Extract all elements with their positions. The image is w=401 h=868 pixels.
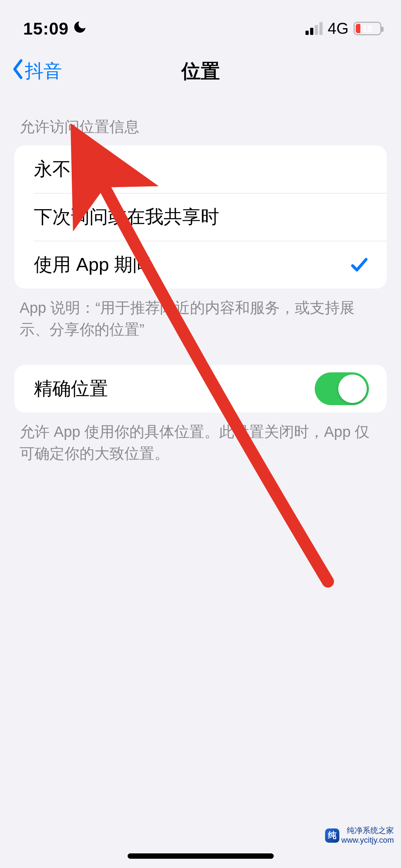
precise-location-switch[interactable] <box>315 372 369 405</box>
moon-icon <box>72 19 87 38</box>
precise-location-label: 精确位置 <box>34 376 108 401</box>
chevron-left-icon <box>11 58 25 84</box>
precise-location-group: 精确位置 <box>14 365 387 413</box>
section-header-location-access: 允许访问位置信息 <box>0 96 401 145</box>
checkmark-icon <box>350 255 369 274</box>
status-right: 4G 18 <box>305 20 381 37</box>
section-footer-precise: 允许 App 使用你的具体位置。此设置关闭时，App 仅可确定你的大致位置。 <box>0 413 401 465</box>
option-never[interactable]: 永不 <box>14 145 387 193</box>
status-time: 15:09 <box>23 19 69 38</box>
cellular-signal-icon <box>305 22 323 35</box>
network-label: 4G <box>328 20 349 37</box>
option-label: 使用 App 期间 <box>34 252 151 277</box>
section-footer-app-description: App 说明：“用于推荐附近的内容和服务，或支持展示、分享你的位置” <box>0 289 401 341</box>
back-button[interactable]: 抖音 <box>11 58 62 84</box>
precise-location-row[interactable]: 精确位置 <box>14 365 387 413</box>
watermark-line1: 纯净系统之家 <box>341 826 394 835</box>
status-left: 15:09 <box>23 19 87 38</box>
option-label: 下次询问或在我共享时 <box>34 205 219 229</box>
switch-knob <box>338 374 367 403</box>
watermark-line2: www.ycitjy.com <box>341 836 394 845</box>
watermark: 纯 纯净系统之家 www.ycitjy.com <box>325 826 394 845</box>
option-label: 永不 <box>34 157 71 182</box>
home-indicator[interactable] <box>128 853 274 859</box>
back-label: 抖音 <box>25 59 62 84</box>
location-options-group: 永不 下次询问或在我共享时 使用 App 期间 <box>14 145 387 289</box>
nav-bar: 抖音 位置 <box>0 46 401 96</box>
watermark-logo-icon: 纯 <box>325 828 339 843</box>
battery-icon: 18 <box>354 22 381 35</box>
option-ask-next-time[interactable]: 下次询问或在我共享时 <box>14 193 387 241</box>
status-bar: 15:09 4G 18 <box>0 0 401 46</box>
option-while-using[interactable]: 使用 App 期间 <box>14 241 387 289</box>
battery-percentage: 18 <box>355 23 380 34</box>
